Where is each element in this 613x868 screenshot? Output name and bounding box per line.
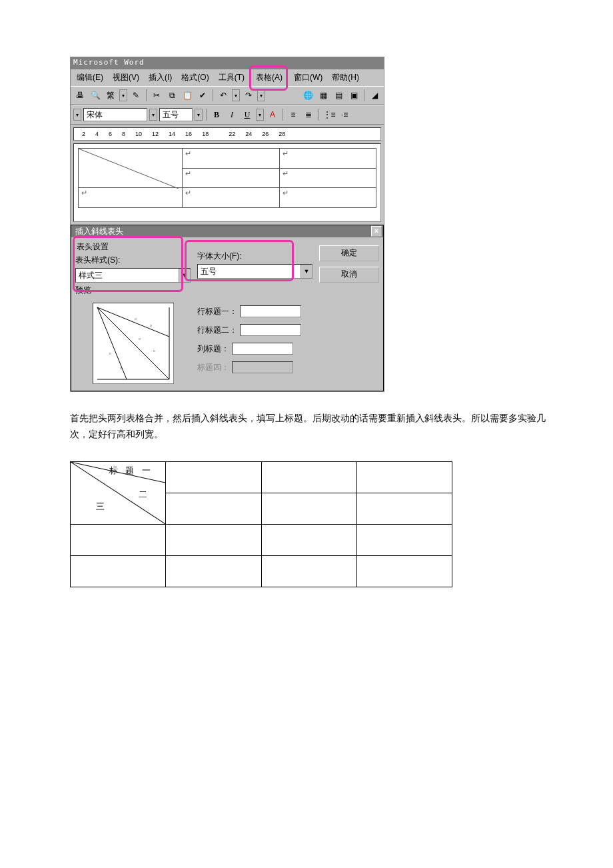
menu-format[interactable]: 格式(O): [179, 71, 211, 85]
preview-area: ▫ ▫ ▫ ▫ ▫ ▫: [75, 300, 191, 387]
chevron-down-icon[interactable]: ▼: [301, 265, 312, 278]
table-cell: [261, 493, 356, 524]
col-title-input[interactable]: [232, 343, 293, 355]
table-cell: [261, 524, 356, 555]
brush-icon[interactable]: ✎: [129, 89, 143, 102]
svg-text:▫: ▫: [153, 348, 155, 354]
sample-table: ↵↵ ↵↵ ↵↵↵: [78, 148, 376, 208]
menu-table[interactable]: 表格(A): [252, 71, 287, 85]
svg-text:▫: ▫: [109, 351, 111, 357]
svg-line-3: [97, 307, 127, 379]
ok-button[interactable]: 确定: [319, 245, 379, 261]
table-cell: [166, 461, 261, 493]
print-icon[interactable]: 🖶: [73, 89, 87, 102]
group-label: 表头设置: [75, 241, 191, 253]
bulleted-list-icon[interactable]: ∙≡: [338, 108, 351, 121]
diagonal-line-icon: [79, 149, 179, 189]
menu-tools[interactable]: 工具(T): [217, 71, 247, 85]
paste-icon[interactable]: 📋: [181, 89, 194, 102]
header-label-1: 标 题 一: [109, 465, 153, 477]
menu-insert[interactable]: 插入(I): [147, 71, 174, 85]
ruler-tick: 16: [185, 131, 192, 137]
format-painter-icon[interactable]: ✔: [196, 89, 209, 102]
ruler-tick: 24: [245, 131, 252, 137]
dropdown-icon[interactable]: ▾: [256, 109, 264, 121]
bold-button[interactable]: B: [210, 108, 223, 121]
formatting-toolbar: ▾ 宋体 ▾ 五号 ▾ B I U ▾ A ≡ ≣ ⋮≡ ∙≡: [71, 105, 384, 125]
menu-view[interactable]: 视图(V): [111, 71, 141, 85]
fontsize-select[interactable]: 五号 ▼: [197, 264, 312, 279]
svg-line-0: [79, 149, 179, 189]
ruler-tick: 14: [169, 131, 175, 137]
preview-box: ▫ ▫ ▫ ▫ ▫ ▫: [93, 303, 174, 384]
tables-borders-icon[interactable]: ▦: [316, 89, 330, 102]
font-name-select[interactable]: 宋体: [83, 108, 147, 121]
horizontal-ruler[interactable]: 2 4 6 8 10 12 14 16 18 22 24 26 28: [73, 127, 381, 141]
dropdown-icon[interactable]: ▾: [119, 89, 127, 101]
dropdown-icon[interactable]: ▾: [232, 89, 240, 101]
hyperlink-icon[interactable]: 🌐: [301, 89, 314, 102]
menu-window[interactable]: 窗口(W): [292, 71, 324, 85]
explanation-text: 首先把头两列表格合并，然后插入斜线表头，填写上标题。后期改动的话需要重新插入斜线…: [70, 411, 546, 443]
dropdown-icon[interactable]: ▾: [149, 109, 157, 121]
dropdown-icon[interactable]: ▾: [73, 109, 81, 121]
insert-diagonal-header-dialog: 插入斜线表头 × 表头设置 表头样式(S): 样式三 ▼ 预览: [71, 225, 384, 391]
drawing-icon[interactable]: ◢: [368, 89, 381, 102]
row-title-2-label: 行标题二：: [197, 325, 237, 336]
row-title-1-field: 行标题一：: [197, 305, 312, 317]
font-color-button[interactable]: A: [266, 108, 279, 121]
diagonal-header-cell: 标 题 一 二 三: [71, 461, 166, 524]
align-center-icon[interactable]: ≣: [302, 108, 315, 121]
title-4-field: 标题四：: [197, 361, 312, 373]
row-title-1-label: 行标题一：: [197, 306, 237, 317]
redo-icon[interactable]: ↷: [242, 89, 255, 102]
svg-text:▫: ▫: [150, 323, 152, 329]
font-size-select[interactable]: 五号: [159, 108, 193, 121]
cut-icon[interactable]: ✂: [150, 89, 163, 102]
ruler-tick: 8: [122, 131, 125, 137]
insert-table-icon[interactable]: ▤: [332, 89, 345, 102]
menu-edit[interactable]: 编辑(E): [75, 71, 105, 85]
table-cell: [356, 493, 452, 524]
style-value: 样式三: [76, 269, 179, 282]
ruler-tick: 6: [109, 131, 112, 137]
ruler-tick: 12: [152, 131, 159, 137]
header-label-2: 二: [139, 489, 150, 501]
traditional-icon[interactable]: 繁: [104, 89, 117, 102]
underline-button[interactable]: U: [241, 108, 254, 121]
title-inputs: 行标题一： 行标题二： 列标题： 标题四：: [197, 300, 312, 387]
svg-text:▫: ▫: [120, 365, 122, 371]
align-left-icon[interactable]: ≡: [287, 108, 300, 121]
preview-icon[interactable]: 🔍: [89, 89, 102, 102]
copy-icon[interactable]: ⧉: [165, 89, 179, 102]
ruler-tick: 4: [95, 131, 99, 137]
ruler-tick: 18: [202, 131, 209, 137]
ruler-tick: 2: [82, 131, 85, 137]
cancel-button[interactable]: 取消: [319, 267, 379, 283]
row-title-2-field: 行标题二：: [197, 324, 312, 336]
undo-icon[interactable]: ↶: [217, 89, 230, 102]
document-area[interactable]: ↵↵ ↵↵ ↵↵↵: [73, 143, 381, 222]
header-style-field: 表头设置 表头样式(S): 样式三 ▼ 预览: [75, 241, 191, 296]
menubar[interactable]: 编辑(E) 视图(V) 插入(I) 格式(O) 工具(T) 表格(A) 窗口(W…: [71, 69, 384, 86]
app-title: Microsoft Word: [73, 58, 145, 67]
table-cell: [356, 461, 452, 493]
dialog-title: 插入斜线表头: [75, 226, 123, 237]
dropdown-icon[interactable]: ▾: [195, 109, 203, 121]
fontsize-value: 五号: [198, 265, 301, 278]
font-size-value: 五号: [163, 109, 179, 121]
chevron-down-icon[interactable]: ▼: [179, 269, 190, 282]
italic-button[interactable]: I: [225, 108, 239, 121]
dropdown-icon[interactable]: ▾: [257, 89, 265, 101]
menu-help[interactable]: 帮助(H): [330, 71, 361, 85]
svg-text:▫: ▫: [139, 336, 141, 342]
close-button[interactable]: ×: [371, 226, 382, 237]
show-grid-icon[interactable]: ▣: [347, 89, 360, 102]
row-title-2-input[interactable]: [240, 324, 301, 336]
row-title-1-input[interactable]: [240, 305, 301, 317]
ruler-tick: 10: [135, 131, 142, 137]
dialog-titlebar[interactable]: 插入斜线表头 ×: [71, 225, 383, 237]
numbered-list-icon[interactable]: ⋮≡: [322, 108, 336, 121]
style-select[interactable]: 样式三 ▼: [75, 268, 191, 283]
header-label-3: 三: [96, 501, 107, 513]
